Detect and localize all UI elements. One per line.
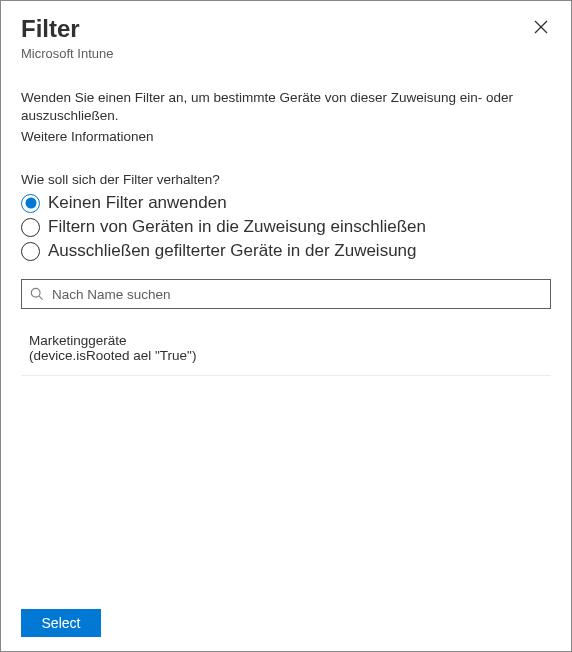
- filter-item-name: Marketinggeräte: [29, 333, 543, 348]
- more-info-link[interactable]: Weitere Informationen: [21, 129, 154, 144]
- svg-point-2: [31, 289, 40, 298]
- radio-icon: [21, 242, 40, 261]
- radio-icon: [21, 194, 40, 213]
- close-button[interactable]: [529, 15, 553, 39]
- search-input[interactable]: [50, 286, 542, 303]
- filter-item-expression: (device.isRooted ael "True"): [29, 348, 543, 363]
- close-icon: [534, 20, 548, 34]
- panel-subtitle: Microsoft Intune: [21, 46, 551, 61]
- panel-header: Filter Microsoft Intune: [1, 1, 571, 67]
- panel-body[interactable]: Wenden Sie einen Filter an, um bestimmte…: [1, 67, 571, 597]
- filter-panel: Filter Microsoft Intune Wenden Sie einen…: [0, 0, 572, 652]
- search-icon: [30, 287, 44, 301]
- radio-label: Keinen Filter anwenden: [48, 193, 227, 213]
- filter-mode-question: Wie soll sich der Filter verhalten?: [21, 172, 551, 187]
- svg-line-3: [39, 296, 43, 300]
- radio-option-exclude[interactable]: Ausschließen gefilterter Geräte in der Z…: [21, 239, 551, 263]
- panel-title: Filter: [21, 15, 551, 44]
- panel-footer: Select: [1, 597, 571, 651]
- search-box[interactable]: [21, 279, 551, 309]
- description-text: Wenden Sie einen Filter an, um bestimmte…: [21, 89, 551, 125]
- radio-icon: [21, 218, 40, 237]
- radio-option-include[interactable]: Filtern von Geräten in die Zuweisung ein…: [21, 215, 551, 239]
- radio-label: Ausschließen gefilterter Geräte in der Z…: [48, 241, 417, 261]
- filter-mode-radio-group: Keinen Filter anwenden Filtern von Gerät…: [21, 191, 551, 263]
- spacer: [21, 376, 551, 597]
- radio-option-none[interactable]: Keinen Filter anwenden: [21, 191, 551, 215]
- radio-label: Filtern von Geräten in die Zuweisung ein…: [48, 217, 426, 237]
- select-button[interactable]: Select: [21, 609, 101, 637]
- filter-list-item[interactable]: Marketinggeräte (device.isRooted ael "Tr…: [21, 331, 551, 376]
